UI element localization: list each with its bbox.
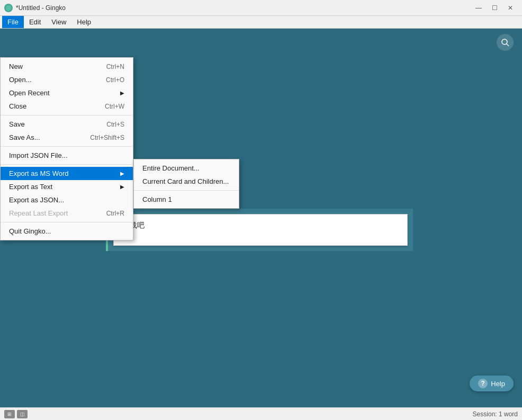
menu-import-json[interactable]: Import JSON File... <box>1 149 133 162</box>
svg-point-0 <box>502 39 507 44</box>
window-controls: — ☐ ✕ <box>471 2 518 14</box>
help-button-label: Help <box>491 380 505 388</box>
menu-save-shortcut: Ctrl+S <box>106 121 124 128</box>
submenu-separator <box>134 190 239 191</box>
menu-open-label: Open... <box>9 76 32 84</box>
menu-close-shortcut: Ctrl+W <box>105 103 124 110</box>
menu-open-shortcut: Ctrl+O <box>106 76 124 84</box>
session-info: Session: 1 word <box>473 410 518 418</box>
menu-export-json-label: Export as JSON... <box>9 196 64 204</box>
menu-open-recent-label: Open Recent <box>9 89 50 97</box>
svg-line-1 <box>507 44 509 46</box>
separator-2 <box>1 146 133 147</box>
export-column-1-label: Column 1 <box>142 195 172 203</box>
menu-export-text[interactable]: Export as Text ▶ <box>1 180 133 193</box>
export-column-1[interactable]: Column 1 <box>134 193 239 206</box>
search-button[interactable] <box>497 34 514 51</box>
menu-bar: File Edit View Help <box>0 16 522 29</box>
menu-save[interactable]: Save Ctrl+S <box>1 118 133 131</box>
menu-new-shortcut: Ctrl+N <box>106 63 124 70</box>
menu-help[interactable]: Help <box>71 16 96 28</box>
menu-export-word[interactable]: Export as MS Word ▶ <box>1 167 133 180</box>
menu-view[interactable]: View <box>46 16 71 28</box>
export-entire-document[interactable]: Entire Document... <box>134 162 239 175</box>
export-current-card-label: Current Card and Children... <box>142 177 229 185</box>
menu-close-label: Close <box>9 102 26 110</box>
menu-export-text-label: Export as Text <box>9 183 52 191</box>
main-content: 下载吧 New Ctrl+N Open... Ctrl+O Open Recen… <box>0 29 522 407</box>
file-menu-dropdown: New Ctrl+N Open... Ctrl+O Open Recent ▶ … <box>0 57 133 240</box>
close-button[interactable]: ✕ <box>503 2 518 14</box>
minimize-button[interactable]: — <box>471 2 486 14</box>
status-icon-1: ⊞ <box>4 410 15 418</box>
menu-save-as[interactable]: Save As... Ctrl+Shift+S <box>1 131 133 144</box>
export-text-arrow: ▶ <box>120 184 124 190</box>
separator-4 <box>1 222 133 222</box>
menu-edit[interactable]: Edit <box>24 16 46 28</box>
menu-repeat-export-shortcut: Ctrl+R <box>106 210 124 217</box>
menu-quit-label: Quit Gingko... <box>9 227 51 235</box>
export-entire-document-label: Entire Document... <box>142 164 200 172</box>
title-bar-left: *Untitled - Gingko <box>4 4 66 12</box>
menu-import-json-label: Import JSON File... <box>9 151 68 159</box>
title-bar: *Untitled - Gingko — ☐ ✕ <box>0 0 522 16</box>
open-recent-arrow: ▶ <box>120 90 124 96</box>
menu-save-label: Save <box>9 120 25 128</box>
maximize-button[interactable]: ☐ <box>487 2 502 14</box>
help-question-icon: ? <box>478 379 488 388</box>
menu-save-as-shortcut: Ctrl+Shift+S <box>90 134 124 141</box>
status-icons: ⊞ ◫ <box>4 410 28 418</box>
help-button[interactable]: ? Help <box>470 376 514 391</box>
status-bar: ⊞ ◫ Session: 1 word <box>0 407 522 420</box>
menu-export-word-label: Export as MS Word <box>9 169 68 177</box>
export-current-card[interactable]: Current Card and Children... <box>134 175 239 188</box>
card-column: 下载吧 <box>106 209 413 251</box>
menu-new-label: New <box>9 62 23 70</box>
separator-1 <box>1 115 133 115</box>
menu-open-recent[interactable]: Open Recent ▶ <box>1 86 133 100</box>
menu-save-as-label: Save As... <box>9 133 40 141</box>
separator-3 <box>1 164 133 165</box>
export-word-submenu: Entire Document... Current Card and Chil… <box>133 159 239 209</box>
app-icon <box>4 4 13 12</box>
menu-repeat-export-label: Repeat Last Export <box>9 209 68 217</box>
window-title: *Untitled - Gingko <box>16 4 66 12</box>
menu-export-json[interactable]: Export as JSON... <box>1 193 133 207</box>
menu-new[interactable]: New Ctrl+N <box>1 60 133 73</box>
card-container: 下载吧 <box>106 209 413 251</box>
menu-quit[interactable]: Quit Gingko... <box>1 225 133 238</box>
status-icon-2: ◫ <box>17 410 28 418</box>
menu-open[interactable]: Open... Ctrl+O <box>1 73 133 86</box>
menu-repeat-export: Repeat Last Export Ctrl+R <box>1 207 133 220</box>
menu-close[interactable]: Close Ctrl+W <box>1 100 133 113</box>
card[interactable]: 下载吧 <box>113 214 408 246</box>
export-word-arrow: ▶ <box>120 171 124 176</box>
status-left: ⊞ ◫ <box>4 410 28 418</box>
menu-file[interactable]: File <box>2 16 24 28</box>
